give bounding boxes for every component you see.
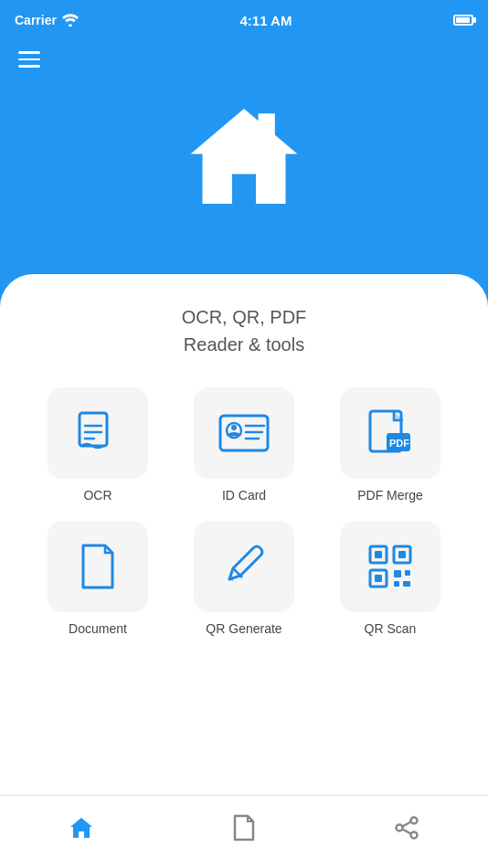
id-card-item[interactable]: ID Card (180, 387, 308, 503)
menu-button[interactable] (18, 51, 40, 68)
app-subtitle: OCR, QR, PDF Reader & tools (22, 303, 466, 358)
qr-scan-label: QR Scan (365, 621, 417, 636)
svg-point-9 (231, 425, 237, 430)
tab-document[interactable] (163, 814, 325, 842)
svg-marker-1 (191, 109, 298, 204)
document-label: Document (69, 621, 127, 636)
svg-point-0 (69, 24, 72, 26)
svg-rect-24 (394, 570, 401, 577)
qr-generate-label: QR Generate (206, 621, 281, 636)
status-left: Carrier (15, 13, 79, 27)
svg-line-31 (403, 821, 411, 826)
home-illustration (0, 97, 488, 216)
id-card-icon (218, 414, 270, 452)
ocr-label: OCR (83, 488, 111, 503)
tab-share-icon (394, 815, 419, 841)
tools-grid: OCR ID Card (34, 387, 454, 636)
pdf-merge-label: PDF Merge (357, 488, 423, 503)
ocr-icon (74, 409, 122, 457)
ocr-item[interactable]: OCR (34, 387, 162, 503)
battery-icon (453, 15, 473, 26)
document-icon-box (48, 521, 148, 612)
house-icon (185, 97, 303, 216)
qr-generate-icon-box (194, 521, 294, 612)
pdf-merge-icon: PDF (366, 408, 414, 459)
qr-scan-icon-box (340, 521, 440, 612)
qr-generate-item[interactable]: QR Generate (180, 521, 308, 636)
status-bar: Carrier 4:11 AM (0, 0, 488, 40)
pdf-merge-item[interactable]: PDF PDF Merge (326, 387, 454, 503)
document-icon (78, 542, 118, 591)
status-time: 4:11 AM (239, 13, 292, 28)
wifi-icon (62, 14, 79, 26)
qr-scan-icon (366, 543, 414, 590)
status-right (453, 15, 473, 26)
ocr-icon-box (48, 387, 148, 479)
tab-document-icon (232, 814, 256, 842)
id-card-icon-box (194, 387, 294, 479)
svg-point-29 (411, 831, 418, 838)
tab-home[interactable] (0, 815, 163, 841)
svg-rect-27 (403, 581, 410, 587)
carrier-label: Carrier (15, 13, 57, 27)
id-card-label: ID Card (222, 488, 266, 503)
pdf-merge-icon-box: PDF (340, 387, 440, 479)
svg-rect-19 (375, 551, 382, 558)
tab-share[interactable] (325, 815, 488, 841)
qr-generate-icon (220, 543, 268, 590)
svg-point-28 (411, 817, 418, 823)
svg-rect-21 (398, 551, 406, 558)
svg-rect-3 (80, 413, 107, 446)
main-card: OCR, QR, PDF Reader & tools OCR (0, 274, 488, 868)
tab-bar (0, 795, 488, 868)
svg-line-32 (403, 829, 411, 833)
svg-rect-26 (394, 581, 399, 587)
qr-scan-item[interactable]: QR Scan (326, 521, 454, 636)
tab-home-icon (69, 815, 94, 841)
svg-rect-25 (405, 570, 410, 576)
svg-rect-23 (375, 575, 382, 582)
svg-point-30 (397, 824, 403, 831)
document-item[interactable]: Document (34, 521, 162, 636)
svg-rect-2 (259, 113, 275, 140)
svg-text:PDF: PDF (389, 438, 409, 449)
